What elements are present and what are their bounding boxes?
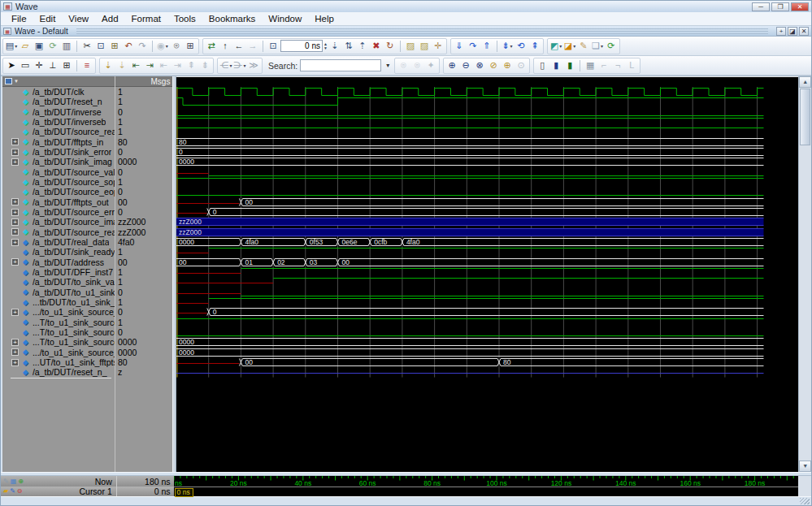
scrollbar-track[interactable] — [799, 146, 811, 461]
search-dropdown-icon[interactable]: ▾ — [381, 59, 394, 72]
wave-row-clk[interactable] — [176, 87, 798, 97]
zoom-cursor-button[interactable]: ⊘ — [487, 59, 500, 72]
scrollbar-thumb[interactable] — [800, 89, 810, 145]
expand-env-button[interactable]: ⊞ — [184, 40, 197, 53]
scroll-down-icon[interactable]: ▼ — [799, 461, 811, 472]
signal-row-to_u1_sink_fftpts_out[interactable]: +◆...UT/to_u1_sink_fftpts_out — [2, 357, 115, 367]
restore-time-button[interactable]: ⊡ — [267, 40, 280, 53]
annotate-button[interactable]: ✎ — [577, 40, 590, 53]
expand-icon[interactable]: + — [11, 339, 19, 346]
wave-row-address[interactable]: 0001020300 — [176, 257, 798, 267]
expand-icon[interactable]: + — [11, 149, 19, 156]
signal-row-to_u1_sink_source_imag[interactable]: +◆.../to_u1_sink_source_imag — [2, 348, 115, 357]
delete-cursor-button[interactable]: ⇣ — [115, 59, 128, 72]
expand-icon[interactable]: + — [11, 198, 19, 205]
expand-icon[interactable]: + — [11, 158, 19, 166]
time-input[interactable] — [280, 40, 323, 52]
step-out-button[interactable]: ⇑ — [480, 40, 493, 53]
wave-row-to_u1_sink_fftpts_out[interactable]: 0080 — [176, 357, 798, 367]
zoom-mode-button[interactable]: ▭ — [19, 59, 32, 72]
signal-row-to_u1_sink_ready[interactable]: ◆...tb/DUT/to_u1_sink_ready — [2, 297, 115, 307]
signal-row-inverse[interactable]: ◆/a_tb/DUT/inverse — [2, 107, 115, 117]
wave-row-to_u1_sink_source_eop[interactable] — [176, 327, 798, 337]
signal-row-sink_ready[interactable]: ◆/a_tb/DUT/sink_ready — [2, 247, 115, 257]
pane-header[interactable]: ▦ Wave - Default +◪✕ — [1, 26, 811, 37]
edit-grid-button[interactable]: ⊞ — [60, 59, 73, 72]
wave-row-inverse[interactable] — [176, 107, 798, 117]
delete-all-button[interactable]: ✖ — [370, 40, 383, 53]
signal-row-source_sop[interactable]: ◆/a_tb/DUT/source_sop — [2, 177, 115, 187]
pan-button[interactable]: ✛ — [432, 40, 445, 53]
lock-cursor-icon[interactable]: ▰ — [3, 488, 8, 495]
wave-row-to_u1_sink_source_imag[interactable]: 0000 — [176, 348, 798, 357]
signal-row-real_data[interactable]: +◆/a_tb/DUT/real_data — [2, 237, 115, 247]
signal-row-fftpts_in[interactable]: +◆/a_tb/DUT/fftpts_in — [2, 137, 115, 147]
cut-button[interactable]: ✂ — [80, 40, 93, 53]
signal-default-view-button[interactable]: ▯ — [536, 59, 549, 72]
wave-empty-area[interactable] — [176, 378, 798, 472]
maximize-button[interactable]: ❐ — [771, 2, 789, 11]
scroll-up-icon[interactable]: ▲ — [799, 76, 811, 88]
signal-row-to_u1_sink_source_eop[interactable]: ◆...T/to_u1_sink_source_eop — [2, 327, 115, 337]
wave-row-source_eop[interactable] — [176, 187, 798, 197]
signal-row-source_imag[interactable]: +◆/a_tb/DUT/source_imag — [2, 217, 115, 227]
delete-cursor-icon[interactable]: ⊖ — [17, 488, 23, 495]
run-all-button[interactable]: ⟲ — [515, 40, 528, 53]
cursor-time-box[interactable]: 0 ns — [175, 488, 193, 497]
chevron-down-icon[interactable]: ▼ — [14, 79, 19, 84]
signal-row-to_u1_sink_source_error[interactable]: +◆.../to_u1_sink_source_error — [2, 307, 115, 317]
sim-mode-orange-button[interactable]: ◪▾ — [563, 40, 576, 53]
step-into-button[interactable]: ⇓ — [453, 40, 466, 53]
expand-icon[interactable]: + — [11, 209, 19, 216]
wave-row-sink_ready[interactable] — [176, 247, 798, 257]
refresh-display-button[interactable]: ↻ — [384, 40, 397, 53]
signal-row-fftpts_out[interactable]: +◆/a_tb/DUT/fftpts_out — [2, 197, 115, 207]
search-edge-button[interactable]: ⇅ — [342, 40, 355, 53]
signal-row-sink_imag[interactable]: +◆/a_tb/DUT/sink_imag — [2, 157, 115, 167]
expand-icon[interactable]: + — [11, 239, 19, 246]
waveform-panel[interactable]: 8000000000zzZ000zzZ00000004fa00f530e6e0c… — [176, 76, 798, 472]
menu-item-help[interactable]: Help — [309, 13, 340, 24]
wave-row-to_u1_sink_source_error[interactable]: 0 — [176, 307, 798, 317]
timeline-ruler[interactable]: ns20 ns40 ns60 ns80 ns100 ns120 ns140 ns… — [174, 476, 798, 487]
signals-menu-icon[interactable] — [5, 78, 12, 84]
cursor-label[interactable]: Cursor 1 — [79, 487, 113, 496]
paste-button[interactable]: ⊞ — [108, 40, 121, 53]
zoom-in-button[interactable]: ⊕ — [445, 59, 458, 72]
next-transition-button[interactable]: ⇥ — [143, 59, 156, 72]
cursor-track[interactable]: 0 ns — [174, 487, 798, 496]
pane-dock-button[interactable]: ◪ — [788, 27, 797, 36]
menu-item-add[interactable]: Add — [96, 13, 124, 24]
modify-cursor-icon[interactable]: ✎ — [3, 478, 9, 485]
menu-item-edit[interactable]: Edit — [34, 13, 62, 24]
wave-row-inverseb[interactable] — [176, 117, 798, 127]
zoom-out-button[interactable]: ⊖ — [459, 59, 472, 72]
save-button[interactable]: ▣ — [33, 40, 46, 53]
wave-row-sink_error[interactable]: 0 — [176, 147, 798, 157]
print-button[interactable]: ▥ — [60, 40, 73, 53]
signal-row-reset_n_[interactable]: ◆/a_tb/DUT/reset_n_ — [2, 367, 115, 377]
signal-row-sink_error[interactable]: +◆/a_tb/DUT/sink_error — [2, 147, 115, 157]
copy-button[interactable]: ⊡ — [94, 40, 107, 53]
recycle-button[interactable]: ⟳ — [605, 40, 618, 53]
edit-cursor-icon[interactable]: ✎ — [10, 488, 15, 495]
wave-row-source_valid[interactable] — [176, 167, 798, 177]
wave-row-to_u1_sink_source_real[interactable]: 0000 — [176, 337, 798, 347]
search-rising-button[interactable]: ⇡ — [356, 40, 369, 53]
search-input[interactable] — [300, 59, 381, 71]
reload-button[interactable]: ⟳ — [46, 40, 59, 53]
wave-row-source_real[interactable]: zzZ000 — [176, 227, 798, 237]
signal-green-view-button[interactable]: ▮ — [563, 59, 576, 72]
expand-icon[interactable]: + — [11, 138, 19, 145]
goto-source-button[interactable]: ⇄ — [205, 40, 218, 53]
wave-row-to_u1_sink_source_sop[interactable] — [176, 318, 798, 327]
signal-row-source_valid[interactable]: ◆/a_tb/DUT/source_valid — [2, 167, 115, 177]
minimize-button[interactable]: ─ — [752, 2, 770, 11]
signal-row-reset_n[interactable]: ◆/a_tb/DUT/reset_n — [2, 97, 115, 106]
pane-grip[interactable] — [76, 28, 768, 34]
zoom-full-button[interactable]: ⊗ — [473, 59, 486, 72]
wave-row-source_error[interactable]: 0 — [176, 207, 798, 217]
signal-row-DFF_inst7[interactable]: ◆/a_tb/DUT/DFF_inst7 — [2, 267, 115, 277]
signal-row-to_u1_sink_valid[interactable]: ◆/a_tb/DUT/to_u1_sink_valid — [2, 288, 115, 297]
wave-row-to_sink_valid_[interactable] — [176, 277, 798, 287]
